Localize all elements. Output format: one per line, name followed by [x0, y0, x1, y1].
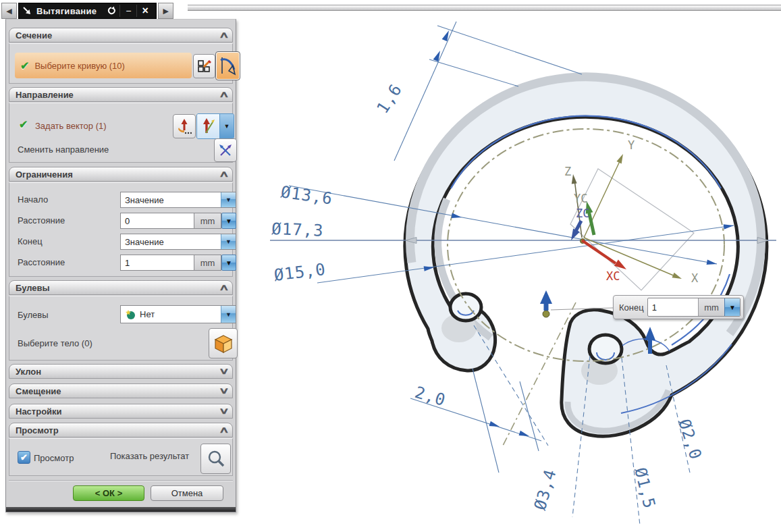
end-label: Конец: [18, 236, 43, 246]
select-curve-label: Выберите кривую (10): [34, 61, 124, 71]
boolean-group: Булевы Нет ▼ Выберите тело (0): [9, 296, 233, 361]
lug-hole-left[interactable]: [450, 294, 481, 321]
axis-yc-label: YC: [574, 192, 587, 205]
end-distance-unit: mm: [194, 255, 221, 271]
boolean-select[interactable]: Нет ▼: [120, 305, 236, 323]
settings-header[interactable]: Настройки ∨: [9, 404, 233, 419]
dim-text: Ø17,3: [271, 219, 324, 240]
collapse-icon[interactable]: ∧: [219, 425, 230, 435]
boolean-value-wrap: Нет: [121, 309, 221, 320]
select-curve-row[interactable]: ✔ Выберите кривую (10): [15, 53, 192, 78]
axis-y-label: Y: [628, 138, 635, 152]
dialog-title: Вытягивание: [32, 6, 103, 16]
curve-select-button[interactable]: [215, 51, 240, 80]
magnifier-icon: [206, 449, 226, 469]
direction-header[interactable]: Направление ∧: [9, 87, 233, 102]
dim-dia-17-3[interactable]: Ø17,3: [270, 219, 776, 243]
end-type-select[interactable]: Значение ▼: [120, 234, 236, 250]
vector-type-dropdown-icon[interactable]: ▼: [219, 114, 234, 138]
dim-text: Ø3,4: [531, 467, 560, 512]
wcs-triad[interactable]: XC YC ZC: [568, 192, 628, 283]
preview-header[interactable]: Просмотр ∧: [9, 423, 233, 437]
ok-button[interactable]: < ОК >: [73, 485, 144, 501]
show-result-label: Показать результат: [110, 451, 189, 461]
boolean-label: Булевы: [18, 310, 49, 320]
dropdown-arrow-icon[interactable]: ▼: [221, 234, 236, 249]
section-header[interactable]: Сечение ∧: [9, 28, 233, 43]
end-type-value: Значение: [121, 237, 221, 247]
dim-dia-15-0[interactable]: Ø15,0: [273, 223, 734, 285]
vector-type-combo[interactable]: ▼: [196, 113, 234, 139]
vector-dialog-button[interactable]: [173, 114, 196, 138]
drag-arrow-icon: [22, 5, 32, 16]
section-group: ✔ Выберите кривую (10): [9, 43, 233, 84]
vector-dialog-icon: [177, 118, 192, 134]
axis-xc-label: XC: [606, 269, 620, 283]
preview-group: ✔ Просмотр Показать результат: [9, 438, 233, 476]
dim-text: Ø2,0: [674, 417, 705, 462]
direction-header-label: Направление: [9, 90, 74, 100]
sketch-section-button[interactable]: [193, 54, 215, 78]
expand-icon[interactable]: ∨: [219, 406, 230, 416]
axis-z-label: Z: [564, 165, 571, 178]
onscreen-end-spinner[interactable]: ▼: [724, 298, 740, 316]
dropdown-arrow-icon[interactable]: ▼: [221, 192, 236, 207]
retaining-ring[interactable]: [405, 77, 767, 436]
onscreen-end-distance[interactable]: Конец 1 mm ▼: [613, 295, 744, 319]
cube-icon: [213, 334, 234, 354]
reset-button[interactable]: [103, 5, 119, 17]
dim-dia-13-6[interactable]: Ø13,6: [279, 182, 718, 267]
start-distance-unit: mm: [194, 213, 221, 229]
direction-group: ✔ Задать вектор (1) ▼ Сменить направлени: [9, 103, 233, 163]
expand-icon[interactable]: ∨: [219, 385, 230, 396]
limits-group: Начало Значение ▼ Расстояние mm ▼ Конец …: [9, 182, 233, 277]
start-label: Начало: [18, 194, 48, 205]
preview-checkbox[interactable]: ✔: [18, 451, 30, 464]
collapse-icon[interactable]: ∧: [219, 30, 230, 40]
start-distance-input[interactable]: [120, 213, 194, 229]
draft-header-label: Уклон: [9, 367, 41, 377]
start-distance-options-button[interactable]: ▼: [221, 213, 236, 229]
boolean-header[interactable]: Булевы ∧: [9, 280, 233, 295]
curve-icon: [219, 56, 237, 76]
lug-hole-right[interactable]: [589, 335, 622, 363]
select-body-label: Выберите тело (0): [18, 338, 92, 348]
end-distance-input[interactable]: [120, 255, 194, 271]
onscreen-end-label: Конец: [616, 302, 647, 313]
boolean-header-label: Булевы: [9, 283, 50, 293]
collapse-icon[interactable]: ∧: [219, 89, 230, 99]
axis-zc-label: ZC: [576, 207, 589, 220]
footer-divider: [9, 480, 233, 481]
collapse-icon[interactable]: ∧: [219, 282, 230, 292]
onscreen-end-value[interactable]: 1: [648, 298, 698, 316]
minimize-button[interactable]: −: [119, 5, 136, 17]
check-icon: ✔: [19, 118, 28, 131]
collapse-icon[interactable]: ∧: [219, 169, 230, 179]
datum-plane[interactable]: [570, 169, 694, 290]
specify-vector-label: Задать вектор (1): [35, 121, 107, 131]
preview-header-label: Просмотр: [9, 425, 59, 435]
settings-header-label: Настройки: [9, 406, 62, 417]
dim-text: Ø13,6: [279, 182, 333, 208]
cancel-button[interactable]: Отмена: [151, 485, 223, 501]
reverse-direction-button[interactable]: [214, 138, 237, 162]
show-result-button[interactable]: [200, 444, 231, 474]
offset-header[interactable]: Смещение ∨: [9, 383, 233, 398]
dropdown-arrow-icon[interactable]: ▼: [221, 306, 236, 323]
check-icon: ✔: [15, 59, 34, 72]
dim-gap-2-0[interactable]: 2,0: [410, 369, 541, 473]
dim-text: 2,0: [412, 383, 448, 410]
limits-header[interactable]: Ограничения ∧: [9, 167, 233, 182]
reverse-arrows-icon: [218, 143, 233, 158]
dialog-titlebar[interactable]: ◀ Вытягивание − × ▶: [1, 3, 173, 19]
dim-text: Ø1,5: [630, 466, 659, 511]
dialog-nav-back-button[interactable]: ◀: [1, 3, 17, 19]
close-button[interactable]: ×: [136, 5, 153, 17]
start-type-select[interactable]: Значение ▼: [120, 192, 236, 208]
select-body-button[interactable]: [209, 328, 238, 358]
preview-label: Просмотр: [34, 453, 74, 463]
dialog-nav-forward-button[interactable]: ▶: [158, 3, 173, 19]
draft-header[interactable]: Уклон ∨: [9, 364, 233, 379]
expand-icon[interactable]: ∨: [219, 366, 230, 376]
end-distance-options-button[interactable]: ▼: [221, 255, 236, 271]
